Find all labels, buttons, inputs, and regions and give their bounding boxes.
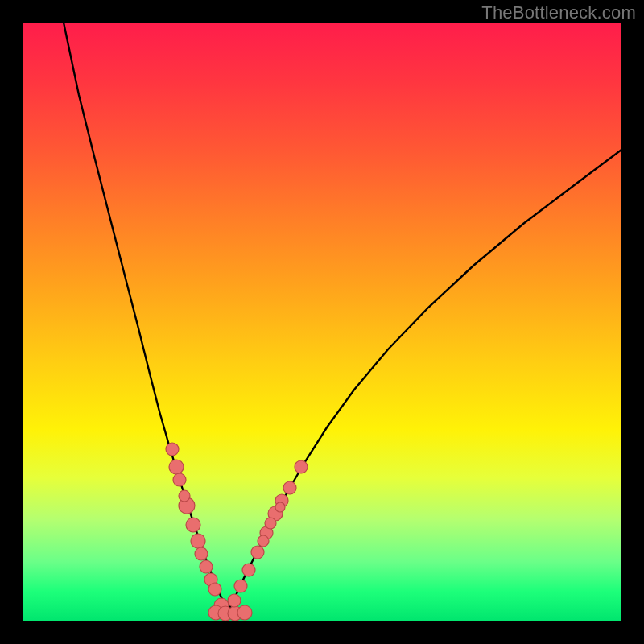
data-dot <box>275 502 285 512</box>
data-dot <box>228 594 241 607</box>
right-branch-curve <box>228 150 621 613</box>
data-dot <box>251 546 264 559</box>
data-dot <box>258 535 269 547</box>
watermark-text: TheBottleneck.com <box>481 2 636 23</box>
curve-layer <box>23 23 621 621</box>
plot-area <box>23 23 621 621</box>
data-dot <box>166 443 179 456</box>
data-dot <box>237 605 252 620</box>
data-dot <box>195 547 208 560</box>
data-dot <box>242 564 255 576</box>
data-dot <box>265 518 276 529</box>
data-dot <box>169 460 184 474</box>
data-dot <box>283 481 296 494</box>
left-branch-curve <box>64 23 228 613</box>
data-dot <box>191 534 205 548</box>
data-dot <box>179 490 190 502</box>
data-dot <box>186 518 200 532</box>
chart-frame: TheBottleneck.com <box>0 0 644 644</box>
data-dot <box>208 583 221 596</box>
data-dot <box>295 460 308 473</box>
data-dot <box>173 473 186 486</box>
data-dot <box>234 580 247 592</box>
data-dot <box>200 560 213 573</box>
